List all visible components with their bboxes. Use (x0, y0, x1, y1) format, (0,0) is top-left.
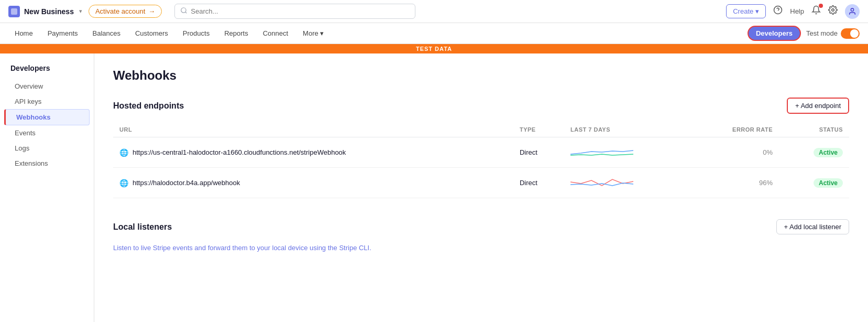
sidebar-title: Developers (0, 64, 94, 79)
svg-point-1 (181, 8, 186, 13)
sidebar-item-webhooks[interactable]: Webhooks (4, 109, 90, 125)
col-errorrate: ERROR RATE (690, 122, 779, 137)
col-type: TYPE (513, 122, 564, 137)
avatar[interactable] (845, 4, 860, 19)
status-badge-1: Active (814, 148, 843, 157)
svg-point-5 (832, 9, 834, 12)
status-badge-2: Active (814, 178, 843, 188)
test-banner: TEST DATA (0, 44, 868, 53)
search-input[interactable] (191, 7, 410, 15)
sidebar-item-apikeys[interactable]: API keys (4, 94, 90, 109)
url-link-1[interactable]: https://us-central1-halodoctor-a1660.clo… (133, 148, 346, 156)
local-listeners-title: Local listeners (113, 222, 172, 232)
test-mode-label: Test mode (806, 29, 838, 37)
sidebar-item-events[interactable]: Events (4, 125, 90, 141)
activate-label: Activate account (95, 7, 145, 15)
main-layout: Developers Overview API keys Webhooks Ev… (0, 53, 868, 322)
url-cell-1: 🌐 https://us-central1-halodoctor-a1660.c… (113, 137, 513, 168)
settings-icon[interactable] (828, 5, 838, 17)
webhooks-table: URL TYPE LAST 7 DAYS ERROR RATE STATUS 🌐 (113, 122, 849, 198)
brand-name[interactable]: New Business (24, 7, 74, 16)
error-rate-cell-2: 96% (690, 168, 779, 198)
url-link-2[interactable]: https://halodoctor.b4a.app/webhook (133, 179, 240, 187)
create-chevron-icon: ▾ (755, 7, 759, 15)
hosted-endpoints-title: Hosted endpoints (113, 101, 184, 111)
search-bar (174, 4, 415, 19)
status-cell-2: Active (779, 168, 849, 198)
section-header: Hosted endpoints + Add endpoint (113, 98, 849, 114)
brand-logo (8, 6, 20, 17)
svg-line-2 (185, 12, 187, 14)
type-cell-1: Direct (513, 137, 564, 168)
hosted-endpoints-section: Hosted endpoints + Add endpoint URL TYPE… (113, 98, 849, 198)
test-mode-area: Test mode (806, 28, 860, 39)
nav-home[interactable]: Home (8, 25, 39, 41)
help-button[interactable] (773, 5, 783, 17)
nav-connect[interactable]: Connect (257, 25, 294, 41)
globe-icon-2: 🌐 (119, 179, 128, 187)
local-listeners-section: Local listeners + Add local listener Lis… (113, 219, 849, 254)
add-local-listener-button[interactable]: + Add local listener (776, 219, 849, 234)
nav-balances[interactable]: Balances (86, 25, 127, 41)
url-cell-2: 🌐 https://halodoctor.b4a.app/webhook (113, 168, 513, 198)
type-cell-2: Direct (513, 168, 564, 198)
top-nav: New Business ▾ Activate account → Create… (0, 0, 868, 23)
nav-customers[interactable]: Customers (129, 25, 174, 41)
nav-reports[interactable]: Reports (218, 25, 255, 41)
add-endpoint-button[interactable]: + Add endpoint (787, 98, 849, 114)
notifications-icon[interactable] (811, 5, 821, 17)
brand-area: New Business ▾ (8, 6, 82, 17)
col-url: URL (113, 122, 513, 137)
mini-chart-1 (570, 144, 633, 159)
table-row: 🌐 https://halodoctor.b4a.app/webhook Dir… (113, 168, 849, 198)
nav-payments[interactable]: Payments (41, 25, 84, 41)
chart-cell-1 (564, 137, 690, 168)
sidebar-item-logs[interactable]: Logs (4, 141, 90, 156)
sidebar: Developers Overview API keys Webhooks Ev… (0, 53, 94, 322)
svg-rect-0 (11, 8, 17, 15)
page-title: Webhooks (113, 68, 849, 83)
toggle-knob (850, 29, 859, 38)
nav-more[interactable]: More ▾ (296, 25, 330, 41)
content-area: Webhooks Hosted endpoints + Add endpoint… (94, 53, 868, 322)
col-status: STATUS (779, 122, 849, 137)
status-cell-1: Active (779, 137, 849, 168)
developers-button[interactable]: Developers (748, 26, 801, 41)
local-listeners-description: Listen to live Stripe events and forward… (113, 243, 849, 254)
sidebar-item-extensions[interactable]: Extensions (4, 156, 90, 171)
activate-arrow: → (148, 7, 155, 15)
local-section-header: Local listeners + Add local listener (113, 219, 849, 234)
sidebar-item-overview[interactable]: Overview (4, 79, 90, 94)
brand-chevron[interactable]: ▾ (79, 8, 82, 15)
test-mode-toggle[interactable] (841, 28, 860, 39)
chart-cell-2 (564, 168, 690, 198)
nav-products[interactable]: Products (177, 25, 216, 41)
second-nav: Home Payments Balances Customers Product… (0, 23, 868, 44)
search-icon (180, 7, 188, 16)
globe-icon-1: 🌐 (119, 148, 128, 157)
mini-chart-2 (570, 174, 633, 190)
error-rate-cell-1: 0% (690, 137, 779, 168)
nav-right-actions: Developers Test mode (748, 26, 860, 41)
nav-right: Create ▾ Help (726, 4, 860, 19)
col-last7days: LAST 7 DAYS (564, 122, 690, 137)
activate-account-button[interactable]: Activate account → (89, 5, 162, 18)
table-row: 🌐 https://us-central1-halodoctor-a1660.c… (113, 137, 849, 168)
help-label: Help (790, 7, 804, 15)
notification-badge (819, 4, 823, 8)
create-label: Create (733, 7, 753, 15)
create-button[interactable]: Create ▾ (726, 4, 766, 18)
svg-point-6 (851, 8, 853, 11)
